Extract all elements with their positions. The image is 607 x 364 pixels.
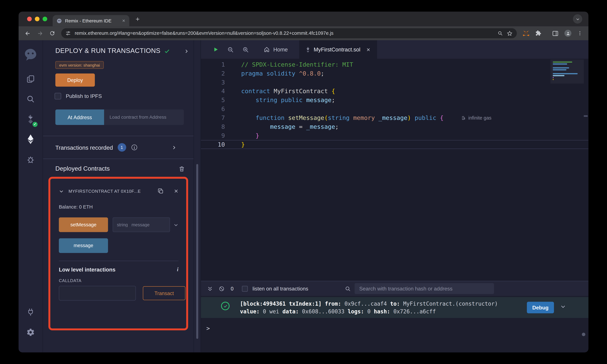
low-level-info-icon[interactable]: i	[177, 267, 178, 273]
code-editor[interactable]: 1// SPDX-License-Identifier: MIT2pragma …	[201, 59, 588, 281]
debugger-icon[interactable]	[19, 149, 43, 169]
browser-tab[interactable]: Remix - Ethereum IDE	[53, 15, 129, 26]
code-line-9[interactable]: 9 }	[201, 131, 588, 140]
terminal-toolbar: 0 listen on all transactions	[201, 281, 588, 296]
traffic-lights	[19, 17, 53, 21]
at-address-row: At Address Load contract from Address	[55, 109, 184, 125]
url-text[interactable]: remix.ethereum.org/#lang=en&optimize=fal…	[75, 30, 493, 36]
panel-scrollbar-thumb[interactable]	[196, 164, 198, 339]
transactions-chevron-right-icon[interactable]	[172, 145, 177, 150]
code-line-4[interactable]: 4contract MyFirstContract {	[201, 87, 588, 96]
editor-tabbar: Home MyFirstContract.sol	[201, 40, 588, 59]
remove-instance-close-icon[interactable]	[174, 189, 178, 193]
run-script-play-icon[interactable]	[212, 47, 219, 53]
transact-button[interactable]: Transact	[143, 286, 185, 300]
profile-avatar[interactable]	[565, 30, 571, 37]
profile-icon	[566, 31, 570, 36]
terminal-scrollbar-thumb[interactable]	[582, 333, 585, 336]
line-number: 4	[201, 88, 233, 94]
deploy-button[interactable]: Deploy	[55, 74, 95, 87]
set-message-input[interactable]	[113, 218, 170, 232]
transaction-log-row[interactable]: [block:4994361 txIndex:1] from: 0x9cf...…	[201, 297, 588, 318]
back-button[interactable]	[24, 30, 31, 37]
reload-icon	[49, 30, 55, 37]
at-address-input[interactable]: Load contract from Address	[104, 109, 184, 125]
contract-expand-chevron-icon[interactable]	[59, 189, 64, 194]
search-icon[interactable]	[19, 89, 43, 109]
tab-home[interactable]: Home	[257, 40, 294, 59]
code-line-10[interactable]: 10}	[201, 140, 588, 149]
tab-search-button[interactable]	[573, 14, 582, 24]
log-line-1: [block:4994361 txIndex:1] from: 0x9cf...…	[240, 300, 524, 307]
solidity-compiler-icon[interactable]: ✓	[19, 109, 43, 129]
contract-instance-title: MYFIRSTCONTRACT AT 0X10F...E	[68, 189, 154, 193]
panel-chevron-right-icon[interactable]	[184, 49, 189, 53]
calldata-input[interactable]	[59, 286, 136, 300]
message-getter-button[interactable]: message	[59, 238, 108, 253]
minimize-window-button[interactable]	[35, 17, 40, 21]
file-explorer-icon[interactable]	[19, 69, 43, 89]
set-message-button[interactable]: setMessage	[59, 218, 108, 232]
collapse-terminal-icon[interactable]	[207, 286, 213, 291]
editor-area: Home MyFirstContract.sol 1// SPDX-Licens…	[201, 40, 588, 352]
expand-params-chevron-icon[interactable]	[173, 222, 178, 227]
debug-button[interactable]: Debug	[527, 302, 554, 313]
zoom-out-icon[interactable]	[227, 46, 234, 53]
code-line-2[interactable]: 2pragma solidity ^0.8.0;	[201, 69, 588, 78]
expand-log-chevron-icon[interactable]	[560, 304, 566, 310]
code-line-5[interactable]: 5 string public message;	[201, 96, 588, 104]
zoom-page-icon[interactable]	[498, 30, 503, 36]
remix-app: ✓ DEPLOY & RUN TRANSACTIONS	[19, 40, 589, 352]
site-settings-icon[interactable]	[66, 30, 71, 36]
code-line-8[interactable]: 8 message = _message;	[201, 122, 588, 131]
maximize-window-button[interactable]	[42, 17, 47, 21]
code-line-7[interactable]: 7 function setMessage(string memory _mes…	[201, 113, 588, 122]
at-address-button[interactable]: At Address	[55, 109, 104, 125]
home-icon	[264, 47, 270, 53]
forward-button[interactable]	[37, 30, 43, 37]
side-panel-toggle-icon[interactable]	[552, 30, 559, 37]
terminal-search-icon	[345, 286, 351, 291]
browser-menu-dots-icon[interactable]	[577, 30, 583, 36]
listen-transactions-checkbox[interactable]	[242, 286, 248, 291]
trash-icon[interactable]	[178, 165, 185, 172]
remix-logo[interactable]	[19, 44, 43, 65]
code-line-6[interactable]: 6	[201, 104, 588, 113]
reload-button[interactable]	[49, 30, 55, 37]
line-number: 1	[201, 61, 233, 68]
metamask-fox-icon[interactable]	[523, 30, 529, 37]
tab-close-icon[interactable]	[122, 19, 125, 22]
copy-address-icon[interactable]	[158, 188, 164, 194]
plugin-manager-icon[interactable]	[19, 302, 43, 322]
tab-myfirstcontract[interactable]: MyFirstContract.sol	[299, 40, 377, 59]
clear-console-ban-icon[interactable]	[219, 286, 224, 291]
log-line-2: value: 0 wei data: 0x608...60033 logs: 0…	[240, 307, 524, 315]
url-bar[interactable]: remix.ethereum.org/#lang=en&optimize=fal…	[61, 28, 517, 38]
new-tab-button[interactable]	[132, 14, 143, 24]
gas-estimate-annotation: infinite gas	[461, 115, 491, 120]
panel-header: DEPLOY & RUN TRANSACTIONS	[55, 47, 189, 56]
publish-to-ipfs-row: Publish to IPFS	[55, 93, 194, 99]
extensions-puzzle-icon[interactable]	[535, 30, 542, 37]
publish-ipfs-checkbox[interactable]	[55, 93, 61, 99]
terminal: 0 listen on all transactions [b	[201, 281, 588, 352]
overview-ruler-mark	[584, 115, 588, 117]
minimap[interactable]	[553, 62, 581, 81]
close-window-button[interactable]	[27, 17, 32, 21]
code-line-1[interactable]: 1// SPDX-License-Identifier: MIT	[201, 60, 588, 69]
deploy-run-icon[interactable]	[19, 129, 43, 149]
info-icon[interactable]	[131, 144, 138, 151]
listen-transactions-label: listen on all transactions	[252, 286, 308, 291]
code-line-3[interactable]: 3	[201, 78, 588, 87]
bookmark-star-icon[interactable]	[507, 30, 513, 36]
terminal-prompt[interactable]: >	[206, 325, 588, 332]
browser-window: Remix - Ethereum IDE	[19, 12, 589, 352]
low-level-title: Low level interactions	[59, 267, 116, 273]
settings-gear-icon[interactable]	[19, 322, 43, 342]
tab-title: Remix - Ethereum IDE	[65, 18, 119, 23]
browser-tabstrip: Remix - Ethereum IDE	[19, 12, 589, 26]
tab-close-icon[interactable]	[366, 47, 370, 52]
terminal-search-input[interactable]	[355, 283, 494, 294]
zoom-in-icon[interactable]	[242, 46, 249, 53]
code-lines: 1// SPDX-License-Identifier: MIT2pragma …	[201, 60, 588, 149]
